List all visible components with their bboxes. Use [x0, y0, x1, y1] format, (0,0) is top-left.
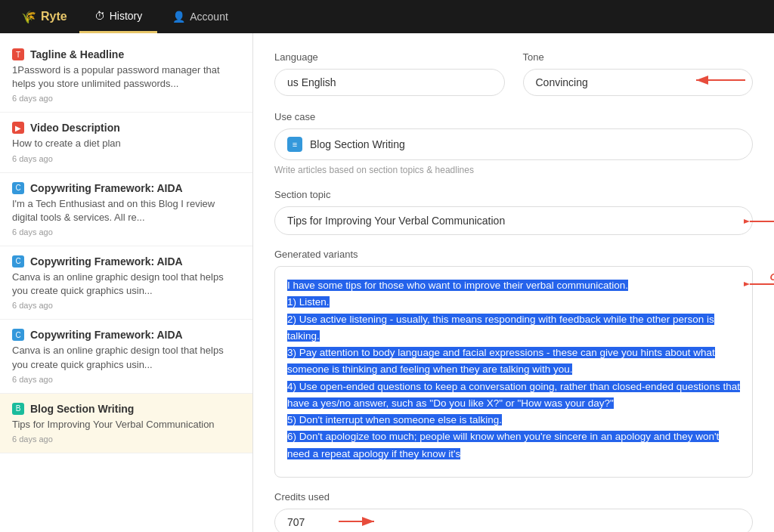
sidebar-item-copywriting-2[interactable]: C Copywriting Framework: AIDA Canva is a…	[0, 246, 252, 320]
gen-variants-label: Generated variants	[274, 249, 753, 260]
gen-text-content: I have some tips for those who want to i…	[287, 277, 740, 462]
language-label: Language	[274, 51, 505, 63]
blog-section-time: 6 days ago	[12, 435, 240, 444]
use-case-value: Blog Section Writing	[310, 138, 405, 150]
gen-text-highlighted-2: 1) Listen.	[287, 296, 330, 308]
account-icon: 👤	[172, 11, 185, 23]
credits-label: Credits used	[274, 491, 753, 503]
sidebar-item-header: T Tagline & Headline	[12, 48, 240, 60]
sidebar-scroll: T Tagline & Headline 1Password is a popu…	[0, 33, 252, 459]
language-tone-row: Language Tone	[274, 51, 753, 96]
output-annotation: Output	[769, 271, 774, 283]
sidebar-item-tagline[interactable]: T Tagline & Headline 1Password is a popu…	[0, 39, 252, 113]
copywriting-2-time: 6 days ago	[12, 301, 240, 310]
gen-text-highlighted-6: 5) Don't interrupt when someone else is …	[287, 414, 502, 425]
blog-section-desc: Tips for Improving Your Verbal Communica…	[12, 418, 240, 431]
nav-account-label: Account	[190, 11, 228, 23]
use-case-label: Use case	[274, 111, 753, 122]
sidebar: T Tagline & Headline 1Password is a popu…	[0, 33, 253, 532]
sidebar-item-header-3: C Copywriting Framework: AIDA	[12, 182, 240, 194]
tagline-desc: 1Password is a popular password manager …	[12, 63, 240, 91]
history-icon: ⏱	[94, 10, 105, 22]
nav-item-account[interactable]: 👤 Account	[157, 0, 243, 33]
gen-variants-box[interactable]: I have some tips for those who want to i…	[274, 266, 753, 478]
sidebar-item-header-6: B Blog Section Writing	[12, 403, 240, 415]
video-desc-icon: ▶	[12, 122, 24, 134]
copywriting-3-desc: Canva is an online graphic design tool t…	[12, 344, 240, 371]
sidebar-item-header-4: C Copywriting Framework: AIDA	[12, 255, 240, 268]
nav-item-history[interactable]: ⏱ History	[79, 0, 158, 33]
gen-variants-group: Generated variants I have some tips for …	[274, 249, 753, 478]
main-layout: T Tagline & Headline 1Password is a popu…	[0, 33, 774, 532]
credits-group: Credits used	[274, 491, 753, 532]
use-case-group: Use case ≡ Blog Section Writing Write ar…	[274, 111, 753, 175]
tagline-icon: T	[12, 48, 24, 60]
copywriting-1-icon: C	[12, 182, 24, 194]
copywriting-1-desc: I'm a Tech Enthusiast and on this Blog I…	[12, 197, 240, 224]
tagline-title: Tagline & Headline	[30, 48, 124, 60]
gen-text-highlighted-7: 6) Don't apologize too much; people will…	[287, 431, 719, 459]
video-desc-title: Video Description	[30, 122, 120, 134]
sidebar-item-copywriting-3[interactable]: C Copywriting Framework: AIDA Canva is a…	[0, 320, 252, 393]
video-desc-desc: How to create a diet plan	[12, 137, 240, 150]
language-input[interactable]	[274, 69, 505, 96]
tone-input[interactable]	[523, 69, 754, 96]
sidebar-item-blog-section[interactable]: B Blog Section Writing Tips for Improvin…	[0, 394, 252, 453]
blog-section-title: Blog Section Writing	[30, 403, 134, 415]
nav-history-label: History	[110, 10, 143, 22]
use-case-icon: ≡	[287, 137, 302, 152]
sidebar-item-header-5: C Copywriting Framework: AIDA	[12, 329, 240, 341]
section-topic-group: Section topic Input	[274, 189, 753, 249]
sidebar-item-header-2: ▶ Video Description	[12, 122, 240, 134]
copywriting-3-title: Copywriting Framework: AIDA	[30, 329, 183, 341]
section-topic-label: Section topic	[274, 189, 753, 200]
copywriting-2-icon: C	[12, 255, 24, 268]
sidebar-item-copywriting-1[interactable]: C Copywriting Framework: AIDA I'm a Tech…	[0, 173, 252, 246]
right-panel: Language Tone Use case ≡	[253, 33, 774, 532]
logo-text: Ryte	[41, 10, 67, 23]
copywriting-2-title: Copywriting Framework: AIDA	[30, 255, 183, 268]
copywriting-1-title: Copywriting Framework: AIDA	[30, 182, 183, 194]
copywriting-2-desc: Canva is an online graphic design tool t…	[12, 271, 240, 298]
section-topic-input[interactable]	[274, 206, 753, 235]
language-group: Language	[274, 51, 505, 96]
gen-text-highlighted-5: 4) Use open-ended questions to keep a co…	[287, 381, 740, 409]
use-case-hint: Write articles based on section topics &…	[274, 165, 753, 175]
sidebar-item-video-desc[interactable]: ▶ Video Description How to create a diet…	[0, 113, 252, 172]
gen-text-highlighted-4: 3) Pay attention to body language and fa…	[287, 347, 715, 375]
logo-icon: 🌾	[21, 10, 36, 24]
copywriting-3-icon: C	[12, 329, 24, 341]
video-desc-time: 6 days ago	[12, 154, 240, 163]
logo[interactable]: 🌾 Ryte	[9, 10, 79, 24]
gen-text-highlighted-3: 2) Use active listening - usually, this …	[287, 314, 714, 342]
tone-label: Tone	[523, 51, 754, 63]
credits-input[interactable]	[274, 509, 753, 532]
tone-group: Tone	[523, 51, 754, 96]
gen-text-highlighted-1: I have some tips for those who want to i…	[287, 280, 628, 291]
top-nav: 🌾 Ryte ⏱ History 👤 Account	[0, 0, 774, 33]
tagline-time: 6 days ago	[12, 94, 240, 103]
use-case-select[interactable]: ≡ Blog Section Writing	[274, 128, 753, 160]
copywriting-1-time: 6 days ago	[12, 227, 240, 237]
blog-section-icon: B	[12, 403, 24, 415]
copywriting-3-time: 6 days ago	[12, 375, 240, 384]
